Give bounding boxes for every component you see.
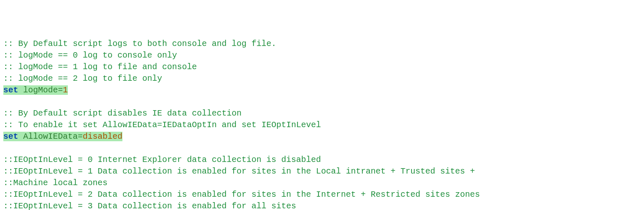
comment-line: ::IEOptInLevel = 1 Data collection is en…	[3, 166, 641, 177]
set-statement: set logMode=1	[3, 84, 641, 96]
comment-line: ::IEOptInLevel = 3 Data collection is en…	[3, 200, 641, 210]
comment-line: ::IEOptInLevel = 2 Data collection is en…	[3, 189, 641, 200]
value: disabled	[83, 132, 122, 141]
variable-name: logMode	[23, 85, 58, 95]
comment-line: :: logMode == 1 log to file and console	[3, 61, 641, 73]
keyword-set: set	[3, 85, 18, 95]
variable-name: AllowIEData	[23, 132, 78, 141]
comment-line: :: By Default script logs to both consol…	[3, 38, 641, 50]
comment-line: :: logMode == 0 log to console only	[3, 50, 641, 61]
comment-line: ::Machine local zones	[3, 177, 641, 189]
keyword-set: set	[3, 132, 18, 141]
comment-line: :: By Default script disables IE data co…	[3, 108, 641, 119]
operator-equals: =	[78, 132, 83, 141]
set-statement: set AllowIEData=disabled	[3, 131, 641, 142]
operator-equals: =	[58, 85, 63, 95]
code-block: :: By Default script logs to both consol…	[3, 38, 641, 210]
comment-line: :: logMode == 2 log to file only	[3, 73, 641, 84]
comment-line: :: To enable it set AllowIEData=IEDataOp…	[3, 119, 641, 131]
comment-line: ::IEOptInLevel = 0 Internet Explorer dat…	[3, 154, 641, 166]
value: 1	[63, 85, 68, 95]
blank-line	[3, 96, 641, 108]
blank-line	[3, 142, 641, 154]
